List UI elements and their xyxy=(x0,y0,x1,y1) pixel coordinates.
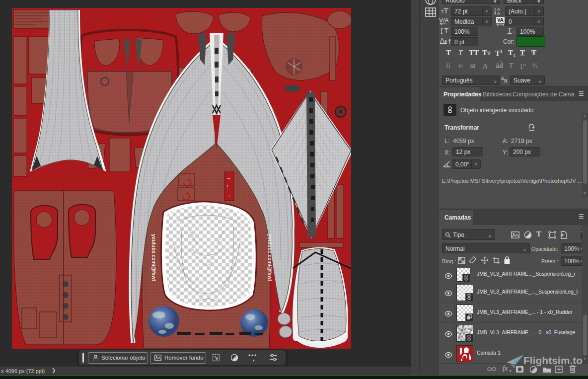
svg-text:→: → xyxy=(226,192,231,198)
svg-text:→: → xyxy=(226,174,231,180)
svg-text:youtube.com/@fswt: youtube.com/@fswt xyxy=(267,234,273,281)
svg-text:A: A xyxy=(497,11,500,16)
svg-text:youtube.com/@fswt: youtube.com/@fswt xyxy=(151,234,156,281)
svg-text:↑: ↑ xyxy=(226,183,229,189)
